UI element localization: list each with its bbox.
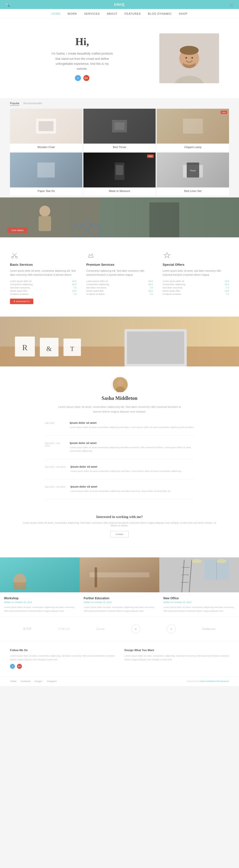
footer-nav-facebook[interactable]: Facebook (21, 680, 31, 683)
portfolio-thumb-5 (83, 153, 156, 187)
list-item[interactable]: Thanks Bed Linen Set (157, 153, 229, 195)
portfolio-grid: Wooden Chair Bed Throw Sale Origami Lamp… (0, 108, 239, 196)
timeline-title-4: Ipsum dolor sit amet (70, 485, 171, 488)
nav-features[interactable]: Features (125, 12, 141, 15)
timeline-item-3: Sep 2013 - Oct 2014 Ipsum dolor sit amet… (45, 465, 194, 479)
paper-star-img (34, 160, 59, 180)
tab-recommended[interactable]: Recommended (24, 102, 42, 106)
footer-twitter-icon[interactable]: t (10, 664, 15, 669)
star-icon (163, 251, 172, 260)
timeline-content-2: Ipsum dolor sit amet Lorem ipsum dolor s… (70, 441, 194, 453)
svg-rect-8 (39, 121, 54, 131)
footer-google-icon[interactable]: G+ (17, 664, 22, 669)
svg-text:&: & (46, 345, 52, 352)
card-workshop-thumb (0, 557, 80, 592)
footer-design-title: Design What You Want (125, 649, 229, 652)
service-premium: Premium Services Consectetur adipiscing … (87, 251, 153, 304)
nav-work[interactable]: Work (68, 12, 77, 15)
svg-point-61 (192, 559, 202, 563)
work-banner-svg: R & T (0, 317, 239, 367)
service-basic: Basic Services Lorem ipsum dolor sit ame… (10, 251, 76, 304)
svg-rect-21 (39, 216, 51, 231)
cards-section: Workshop Written on October 26, 2015 Lor… (0, 557, 239, 617)
svg-point-6 (192, 57, 193, 59)
sale-badge-5: Sale (147, 155, 153, 158)
contact-cta: Interested in working with me? Lorem ips… (20, 505, 219, 548)
svg-rect-50 (90, 572, 149, 577)
hero-text: Hi, I'm Sasha. I create beautifully craf… (20, 36, 144, 81)
card-education-body: Further Education Written on October 26,… (80, 592, 159, 617)
timeline-content-1: Ipsum dolor sit amet Lorem ipsum dolor s… (70, 421, 194, 429)
card-office-thumb (159, 557, 239, 592)
education-svg (80, 557, 159, 592)
tab-popular[interactable]: Popular (10, 102, 20, 106)
service-special-desc: Lorem ipsum dolor sit amet, sed diam non… (163, 269, 229, 277)
list-item[interactable]: Wooden Chair (10, 109, 82, 152)
timeline-title-3: Ipsum dolor sit amet (70, 465, 182, 468)
footer-follow-text: Lorem ipsum dolor sit amet, consectetur … (10, 654, 114, 661)
twitter-icon[interactable]: t (75, 75, 81, 81)
nav-shop[interactable]: Shop (179, 12, 187, 15)
social-links: t G+ (20, 75, 144, 81)
list-item[interactable]: Bed Throw (83, 109, 156, 152)
made-to-measure-img (107, 160, 132, 180)
nav-about[interactable]: About (107, 12, 117, 15)
service-premium-items: Lorem ipsum dolor sit10.5 Consectetur ad… (87, 280, 153, 296)
list-item[interactable]: Sale Origami Lamp (157, 109, 229, 152)
timeline-title-2: Ipsum dolor sit amet (70, 441, 194, 444)
services-section: Basic Services Lorem ipsum dolor sit ame… (0, 238, 239, 317)
footer-follow-title: Follow Me On (10, 649, 114, 652)
footer-nav-instagram[interactable]: Instagram (47, 680, 57, 683)
work-banner: R & T (0, 317, 239, 367)
card-education-thumb (80, 557, 159, 592)
card-workshop-title: Workshop (4, 596, 76, 600)
brand-lava: Lava (97, 627, 105, 631)
brand-fork-icon: ⊞ (131, 624, 140, 633)
card-education-date: Written on October 26, 2015 (83, 601, 156, 603)
svg-point-62 (216, 559, 227, 563)
contact-button[interactable]: Contact (110, 531, 129, 537)
svg-rect-12 (37, 162, 55, 178)
timeline-desc-3: Lorem ipsum dolor sit amet consectetur a… (70, 469, 182, 473)
card-office-title: New Office (163, 596, 235, 600)
origami-lamp-img (180, 116, 205, 136)
hero-intro: I'm Sasha. I create beautifully crafted … (50, 51, 114, 71)
nav-services[interactable]: Services (84, 12, 100, 15)
card-office[interactable]: New Office Written on October 26, 2015 L… (159, 557, 239, 617)
service-special: Special Offers Lorem ipsum dolor sit ame… (163, 251, 229, 304)
timeline-date-4: Sep 2013 - Oct 2014 (45, 485, 66, 493)
card-education-desc: Lorem ipsum dolor sit amet, consectetur … (83, 606, 156, 613)
wooden-chair-img (34, 116, 59, 136)
card-education[interactable]: Further Education Written on October 26,… (80, 557, 159, 617)
timeline-item-4: Sep 2013 - Oct 2014 Ipsum dolor sit amet… (45, 485, 194, 499)
portfolio-label-2: Bed Throw (83, 144, 156, 152)
card-workshop-date: Written on October 26, 2015 (4, 601, 76, 603)
footer-nav-twitter[interactable]: Twitter (10, 680, 17, 683)
google-icon[interactable]: G+ (83, 75, 90, 81)
footer-nav-google[interactable]: Google+ (34, 680, 43, 683)
svg-point-5 (185, 57, 187, 59)
portfolio-thumb-1 (10, 109, 82, 144)
portfolio-label-3: Origami Lamp (157, 144, 229, 152)
list-item[interactable]: Sale Made to Measure (83, 153, 156, 195)
svg-text:R: R (22, 343, 28, 352)
timeline-title-1: Ipsum dolor sit amet (70, 421, 194, 424)
card-workshop[interactable]: Workshop Written on October 26, 2015 Lor… (0, 557, 80, 617)
nav-home[interactable]: Home (52, 12, 61, 15)
nav-blog[interactable]: Blog Dynamic (148, 12, 172, 15)
service-premium-title: Premium Services (87, 263, 153, 267)
search-icon[interactable]: 🔍 (5, 2, 10, 7)
svg-point-4 (180, 46, 199, 55)
cart-icon[interactable]: 🛒 (229, 2, 234, 7)
download-cv-button[interactable]: ⬇ Download CV (10, 299, 33, 304)
footer-brand-link[interactable]: Sasha Middleton/Shutterstock (199, 680, 229, 683)
svg-rect-46 (0, 557, 80, 592)
main-nav: Home Work Services About Features Blog D… (0, 9, 239, 19)
profile-section: Sasha Middleton Lorem ipsum dolor sit am… (0, 367, 239, 557)
svg-rect-11 (183, 119, 203, 134)
footer-social: t G+ (10, 664, 114, 669)
sale-badge-3: Sale (220, 111, 227, 114)
list-item[interactable]: Paper Star Kit (10, 153, 82, 195)
portfolio-label-5: Made to Measure (83, 187, 156, 195)
office-svg (159, 557, 239, 592)
